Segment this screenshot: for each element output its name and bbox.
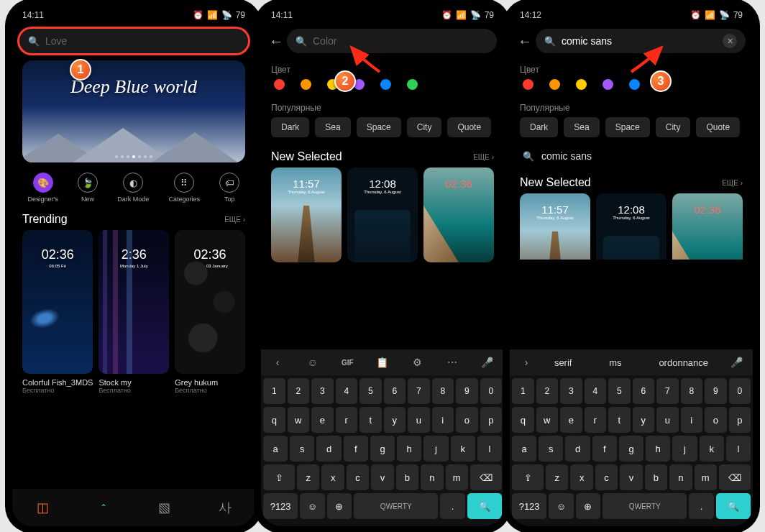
color-dot[interactable] [380, 79, 391, 90]
nav-arrow-icon[interactable]: ⌃ [94, 498, 113, 517]
key-symbols[interactable]: ?123 [263, 493, 298, 519]
key-l[interactable]: l [477, 436, 502, 462]
search-bar[interactable]: 🔍 ✕ [536, 29, 746, 53]
key-i[interactable]: i [432, 407, 454, 433]
key-3[interactable]: 3 [560, 378, 582, 404]
key-s[interactable]: s [539, 436, 563, 462]
key-0[interactable]: 0 [729, 378, 751, 404]
key-q[interactable]: q [512, 407, 534, 433]
theme-card[interactable]: 11:57Thursday, 6 August [271, 168, 342, 262]
kb-clipboard-icon[interactable]: 📋 [373, 357, 392, 368]
key-w[interactable]: w [288, 407, 310, 433]
color-dot[interactable] [274, 79, 285, 90]
cat-dark[interactable]: ◐Dark Mode [117, 173, 149, 203]
key-g[interactable]: g [370, 436, 395, 462]
key-search[interactable]: 🔍 [467, 493, 502, 519]
key-e[interactable]: e [311, 407, 334, 433]
tag-chip[interactable]: Sea [315, 117, 350, 137]
key-6[interactable]: 6 [633, 378, 655, 404]
key-i[interactable]: i [681, 407, 703, 433]
key-emoji[interactable]: ☺ [549, 493, 573, 519]
key-u[interactable]: u [408, 407, 430, 433]
key-1[interactable]: 1 [512, 378, 534, 404]
key-v[interactable]: v [371, 464, 393, 490]
kb-settings-icon[interactable]: ⚙ [408, 357, 427, 368]
key-n[interactable]: n [669, 464, 692, 490]
nav-home-icon[interactable]: ◫ [33, 498, 52, 517]
key-space[interactable]: QWERTY [603, 493, 687, 519]
tag-chip[interactable]: Quote [447, 117, 491, 137]
key-period[interactable]: . [440, 493, 464, 519]
key-9[interactable]: 9 [705, 378, 727, 404]
theme-card[interactable]: 2:36Monday 1 July Stock my Бесплатно [99, 230, 169, 394]
key-3[interactable]: 3 [311, 378, 334, 404]
search-bar[interactable]: 🔍 [19, 29, 248, 53]
kb-sticker-icon[interactable]: ☺ [303, 357, 322, 368]
key-a[interactable]: a [512, 436, 536, 462]
key-k[interactable]: k [700, 436, 724, 462]
key-7[interactable]: 7 [408, 378, 430, 404]
key-k[interactable]: k [451, 436, 475, 462]
cat-new[interactable]: 🍃New [78, 173, 98, 203]
key-c[interactable]: c [347, 464, 369, 490]
key-g[interactable]: g [619, 436, 643, 462]
key-b[interactable]: b [645, 464, 667, 490]
key-symbols[interactable]: ?123 [512, 493, 546, 519]
color-dot[interactable] [523, 79, 533, 90]
key-8[interactable]: 8 [432, 378, 454, 404]
key-backspace[interactable]: ⌫ [470, 464, 502, 490]
key-q[interactable]: q [263, 407, 285, 433]
cat-categories[interactable]: ⠿Categories [169, 173, 201, 203]
theme-card[interactable]: 02:36 [672, 193, 743, 260]
key-h[interactable]: h [646, 436, 670, 462]
back-button[interactable]: ← [514, 33, 536, 50]
key-emoji[interactable]: ☺ [300, 493, 324, 519]
key-shift[interactable]: ⇧ [512, 464, 544, 490]
kb-more-icon[interactable]: ⋯ [443, 357, 462, 368]
key-5[interactable]: 5 [608, 378, 631, 404]
key-w[interactable]: w [536, 407, 559, 433]
key-z[interactable]: z [297, 464, 319, 490]
back-button[interactable]: ← [265, 33, 287, 50]
key-7[interactable]: 7 [656, 378, 679, 404]
color-dot[interactable] [407, 79, 418, 90]
key-h[interactable]: h [397, 436, 421, 462]
more-link[interactable]: ЕЩЕ › [473, 153, 494, 161]
key-t[interactable]: t [608, 407, 631, 433]
key-s[interactable]: s [290, 436, 314, 462]
key-0[interactable]: 0 [480, 378, 503, 404]
key-a[interactable]: a [263, 436, 288, 462]
key-p[interactable]: p [729, 407, 751, 433]
theme-card[interactable]: 02:36 [423, 168, 494, 262]
more-link[interactable]: ЕЩЕ › [722, 179, 743, 187]
kb-mic-icon[interactable]: 🎤 [478, 357, 497, 368]
key-4[interactable]: 4 [585, 378, 607, 404]
tag-chip[interactable]: City [407, 117, 442, 137]
theme-card[interactable]: 02:3606:05 Fri Colorful Fish_3MDS Беспла… [22, 230, 93, 394]
key-r[interactable]: r [336, 407, 358, 433]
key-9[interactable]: 9 [456, 378, 478, 404]
trending-more[interactable]: ЕЩЕ › [224, 216, 245, 224]
key-y[interactable]: y [633, 407, 655, 433]
color-dot[interactable] [327, 79, 338, 90]
key-l[interactable]: l [726, 436, 751, 462]
key-p[interactable]: p [480, 407, 503, 433]
key-m[interactable]: m [446, 464, 468, 490]
key-1[interactable]: 1 [263, 378, 285, 404]
color-dot[interactable] [549, 79, 560, 90]
key-4[interactable]: 4 [336, 378, 358, 404]
clear-button[interactable]: ✕ [723, 34, 737, 48]
theme-card[interactable]: 11:57Thursday, 6 August [520, 193, 590, 260]
color-dot[interactable] [603, 79, 613, 90]
kb-collapse-icon[interactable]: ‹ [268, 357, 287, 368]
theme-card[interactable]: 02:36Friday, 03 January Grey hukum Беспл… [175, 230, 245, 394]
key-d[interactable]: d [316, 436, 341, 462]
key-y[interactable]: y [384, 407, 406, 433]
key-globe[interactable]: ⊕ [327, 493, 352, 519]
key-m[interactable]: m [695, 464, 717, 490]
key-5[interactable]: 5 [359, 378, 382, 404]
tag-chip[interactable]: Space [357, 117, 401, 137]
tag-chip[interactable]: Dark [520, 117, 558, 137]
key-search[interactable]: 🔍 [716, 493, 751, 519]
key-2[interactable]: 2 [536, 378, 559, 404]
